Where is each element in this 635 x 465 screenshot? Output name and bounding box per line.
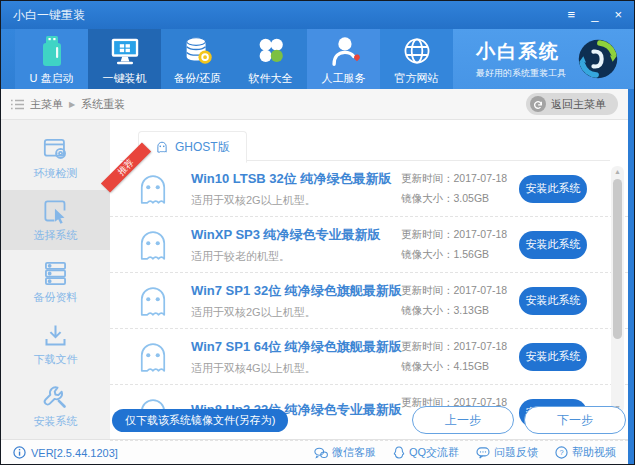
close-button[interactable]: × [614, 1, 622, 29]
select-system-icon [42, 198, 69, 225]
system-title: WinXP SP3 纯净绿色专业最新版 [191, 226, 401, 244]
scrollbar-thumb[interactable] [613, 179, 622, 339]
system-desc: 适用于较老的机型。 [191, 249, 401, 264]
sidebar-item-env-check[interactable]: 环境检测 [1, 128, 110, 188]
system-desc: 适用于双核2G以上机型。 [191, 193, 401, 208]
backup-data-icon [42, 260, 69, 287]
nav-one-key-install[interactable]: 一键装机 [88, 29, 161, 89]
version-info: VER[2.5.44.1203] [13, 446, 118, 459]
install-system-button[interactable]: 安装此系统 [519, 231, 587, 259]
previous-step-button[interactable]: 上一步 [412, 406, 514, 434]
system-meta: 更新时间：2017-07-18 镜像大小：4.15GB [401, 337, 519, 377]
system-list: Win10 LTSB 32位 纯净绿色最新版 适用于双核2G以上机型。 更新时间… [110, 161, 628, 441]
tab-label: GHOST版 [175, 139, 230, 156]
app-window: 小白一键重装 ≡ _ × U 盘启动 一键装机 备份/还原 [0, 0, 635, 465]
feedback-bubble-icon [476, 447, 490, 459]
system-row-win7-sp1-64: Win7 SP1 64位 纯净绿色旗舰最新版 适用于双核4G以上机型。 更新时间… [110, 329, 628, 385]
breadcrumb-root[interactable]: 主菜单 [30, 97, 63, 112]
size-value: 3.05GB [454, 192, 490, 204]
install-system-button[interactable]: 安装此系统 [519, 287, 587, 315]
download-icon [42, 322, 69, 349]
updated-label: 更新时间： [401, 228, 454, 240]
nav-backup-restore[interactable]: 备份/还原 [161, 29, 234, 89]
usb-drive-icon [36, 33, 68, 69]
sidebar-item-label: 环境检测 [34, 166, 78, 181]
nav-label: 一键装机 [103, 71, 147, 86]
download-image-only-button[interactable]: 仅下载该系统镜像文件(另存为) [112, 409, 288, 432]
help-videos-link[interactable]: ? 帮助视频 [555, 445, 616, 460]
updated-label: 更新时间： [401, 172, 454, 184]
feedback-link[interactable]: 问题反馈 [476, 445, 538, 460]
updated-value: 2017-07-18 [454, 284, 508, 296]
window-title: 小白一键重装 [13, 7, 85, 24]
database-icon [181, 33, 215, 69]
ghost-icon [134, 282, 172, 320]
brand-tagline: 最好用的系统重装工具 [476, 67, 566, 80]
tab-ghost-edition[interactable]: GHOST版 [138, 131, 247, 163]
globe-icon [401, 33, 433, 69]
size-label: 镜像大小： [401, 248, 454, 260]
system-title: Win7 SP1 64位 纯净绿色旗舰最新版 [191, 338, 401, 356]
qq-group-link[interactable]: QQ交流群 [393, 445, 459, 460]
wechat-support-link[interactable]: 微信客服 [314, 445, 376, 460]
sidebar-item-backup-data[interactable]: 备份资料 [1, 252, 110, 312]
ghost-icon [134, 338, 172, 376]
info-icon [13, 446, 26, 459]
sidebar-item-label: 备份资料 [34, 290, 78, 305]
scroll-up-arrow[interactable]: ▲ [611, 168, 624, 175]
back-button-label: 返回主菜单 [551, 97, 606, 112]
brand-logo-icon [576, 37, 620, 81]
system-title: Win7 SP1 32位 纯净绿色旗舰最新版 [191, 282, 401, 300]
ghost-icon [134, 170, 172, 208]
link-label: 微信客服 [332, 445, 376, 460]
updated-label: 更新时间： [401, 284, 454, 296]
size-value: 4.15GB [454, 360, 490, 372]
sidebar-item-label: 安装系统 [34, 414, 78, 429]
wechat-icon [314, 447, 328, 459]
brand-area: 小白系统 最好用的系统重装工具 [453, 29, 634, 89]
sidebar-item-select-system[interactable]: 选择系统 [1, 190, 110, 250]
nav-human-service[interactable]: 人工服务 [307, 29, 380, 89]
nav-label: 软件大全 [249, 71, 293, 86]
sidebar-item-install-system[interactable]: 安装系统 [1, 376, 110, 436]
monitor-icon [108, 33, 142, 69]
nav-official-website[interactable]: 官方网站 [380, 29, 453, 89]
link-label: 帮助视频 [572, 445, 616, 460]
nav-label: 人工服务 [322, 71, 366, 86]
size-label: 镜像大小： [401, 360, 454, 372]
content-pane: 主菜单 ▶ 系统重装 返回主菜单 环境检测 [1, 89, 628, 464]
nav-usb-boot[interactable]: U 盘启动 [15, 29, 88, 89]
chevron-right-icon: ▶ [69, 100, 75, 109]
ghost-icon [155, 140, 169, 154]
clover-icon [255, 33, 287, 69]
system-meta: 更新时间：2017-07-18 镜像大小：3.13GB [401, 281, 519, 321]
back-to-main-menu-button[interactable]: 返回主菜单 [526, 93, 618, 115]
brand-name: 小白系统 [476, 39, 566, 65]
system-list-panel: 推荐 GHOST版 Win10 LTSB 32位 纯净绿色最新版 [110, 120, 628, 439]
sidebar-item-label: 下载文件 [34, 352, 78, 367]
system-desc: 适用于双核2G以上机型。 [191, 305, 401, 320]
help-icon: ? [555, 446, 568, 459]
breadcrumb-current: 系统重装 [81, 97, 125, 112]
qq-icon [393, 446, 405, 459]
bottom-action-bar: 仅下载该系统镜像文件(另存为) 上一步 下一步 [112, 406, 626, 434]
back-arrow-icon [530, 96, 546, 112]
install-system-button[interactable]: 安装此系统 [519, 343, 587, 371]
header-nav: U 盘启动 一键装机 备份/还原 软件大全 人工服务 [1, 29, 634, 89]
menu-icon[interactable]: ≡ [568, 1, 576, 29]
size-value: 1.56GB [454, 248, 490, 260]
person-icon [327, 33, 361, 69]
sidebar-item-download-files[interactable]: 下载文件 [1, 314, 110, 374]
tab-bar: GHOST版 [120, 130, 610, 161]
system-row-win7-sp1-32: Win7 SP1 32位 纯净绿色旗舰最新版 适用于双核2G以上机型。 更新时间… [110, 273, 628, 329]
minimize-button[interactable]: _ [591, 1, 598, 29]
env-check-icon [42, 136, 69, 163]
nav-software-center[interactable]: 软件大全 [234, 29, 307, 89]
status-bar: VER[2.5.44.1203] 微信客服 QQ交流群 问题反馈 ? 帮助视频 [1, 439, 628, 465]
next-step-button[interactable]: 下一步 [524, 406, 626, 434]
install-system-button[interactable]: 安装此系统 [519, 175, 587, 203]
scrollbar[interactable]: ▲ ▼ [611, 166, 624, 413]
link-label: QQ交流群 [409, 445, 459, 460]
nav-label: 官方网站 [395, 71, 439, 86]
updated-value: 2017-07-18 [454, 172, 508, 184]
